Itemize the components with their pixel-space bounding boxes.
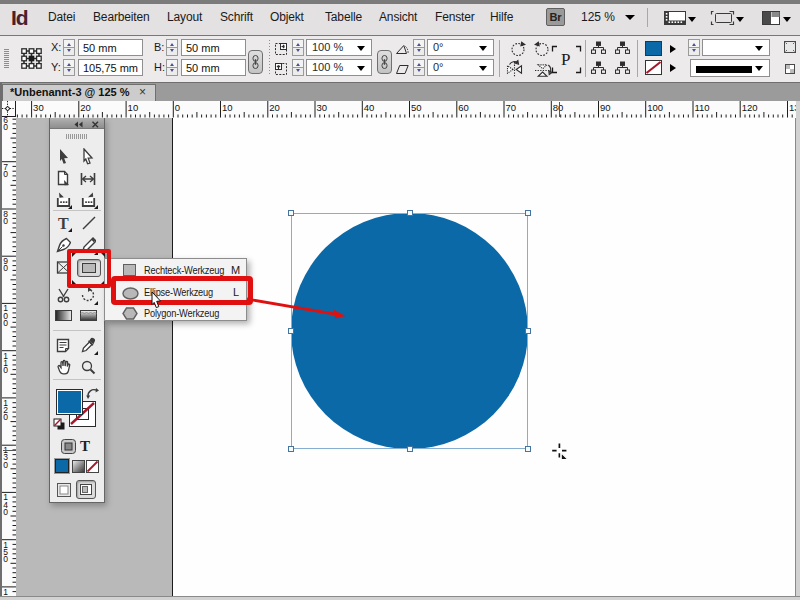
svg-text:40: 40 <box>364 102 375 113</box>
svg-text:0: 0 <box>3 122 8 132</box>
svg-text:0: 0 <box>175 102 180 113</box>
svg-text:P: P <box>561 50 570 69</box>
svg-text:120: 120 <box>742 102 758 113</box>
svg-text:0: 0 <box>3 365 8 375</box>
svg-text:60: 60 <box>458 102 469 113</box>
svg-text:90: 90 <box>600 102 611 113</box>
svg-text:0: 0 <box>3 412 8 422</box>
svg-text:6: 6 <box>3 594 8 596</box>
svg-text:130: 130 <box>789 102 796 113</box>
svg-text:100: 100 <box>647 102 663 113</box>
svg-text:50: 50 <box>411 102 422 113</box>
svg-text:30: 30 <box>317 102 328 113</box>
svg-text:10: 10 <box>128 102 139 113</box>
svg-text:70: 70 <box>506 102 517 113</box>
svg-text:10: 10 <box>222 102 233 113</box>
svg-text:30: 30 <box>33 102 44 113</box>
svg-text:0: 0 <box>3 318 8 328</box>
svg-text:110: 110 <box>695 102 710 113</box>
svg-text:20: 20 <box>80 102 91 113</box>
svg-text:0: 0 <box>3 216 8 226</box>
svg-text:0: 0 <box>3 169 8 179</box>
svg-text:0: 0 <box>3 460 8 470</box>
svg-text:0: 0 <box>3 263 8 273</box>
svg-text:20: 20 <box>269 102 280 113</box>
svg-text:0: 0 <box>3 554 8 564</box>
svg-text:0: 0 <box>3 507 8 517</box>
